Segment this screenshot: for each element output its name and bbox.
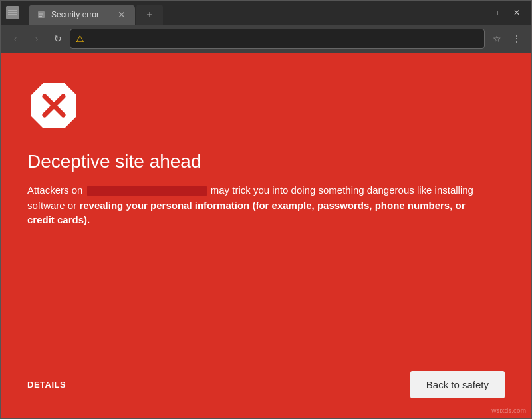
description-bold: revealing your personal information (for… <box>27 200 466 226</box>
toolbar: ‹ › ↻ ⚠ ☆ ⋮ <box>1 25 531 53</box>
page-heading: Deceptive site ahead <box>27 151 505 172</box>
title-bar: Security error ✕ — □ ✕ <box>1 1 531 25</box>
address-bar[interactable]: ⚠ <box>70 29 485 49</box>
description-before: Attackers on <box>27 184 86 196</box>
page-description: Attackers on may trick you into doing so… <box>27 183 479 228</box>
tab-bar: Security error ✕ <box>29 1 163 25</box>
error-icon-wrapper <box>27 79 505 132</box>
back-button[interactable]: ‹ <box>6 29 25 48</box>
bookmark-button[interactable]: ☆ <box>487 29 506 48</box>
page-content: Deceptive site ahead Attackers on may tr… <box>1 53 531 418</box>
title-bar-left: Security error ✕ <box>6 1 163 25</box>
tab-close-button[interactable]: ✕ <box>116 9 127 20</box>
window-controls: — □ ✕ <box>465 5 526 20</box>
error-octagon-icon <box>27 79 80 132</box>
active-tab[interactable]: Security error ✕ <box>29 5 135 25</box>
details-link[interactable]: DETAILS <box>27 380 66 390</box>
svg-rect-4 <box>39 13 43 14</box>
new-tab-button[interactable] <box>136 5 163 25</box>
url-redacted <box>87 186 207 196</box>
svg-rect-5 <box>39 15 43 16</box>
svg-rect-1 <box>8 12 17 13</box>
actions-bar: DETAILS Back to safety <box>27 371 505 398</box>
svg-rect-6 <box>39 16 42 17</box>
browser-frame: Security error ✕ — □ ✕ ‹ › ↻ ⚠ <box>0 0 532 419</box>
refresh-button[interactable]: ↻ <box>49 29 67 48</box>
watermark: wsixds.com <box>491 407 526 414</box>
browser-icon <box>6 6 19 19</box>
tab-favicon <box>37 10 46 19</box>
close-button[interactable]: ✕ <box>507 5 526 20</box>
minimize-button[interactable]: — <box>465 5 483 20</box>
security-warning-icon: ⚠ <box>76 33 84 44</box>
address-input[interactable] <box>88 34 479 44</box>
forward-button[interactable]: › <box>27 29 46 48</box>
back-to-safety-button[interactable]: Back to safety <box>410 371 505 398</box>
maximize-button[interactable]: □ <box>486 5 505 20</box>
menu-button[interactable]: ⋮ <box>507 29 526 48</box>
svg-rect-0 <box>8 10 17 11</box>
tab-title: Security error <box>51 10 111 19</box>
svg-rect-8 <box>150 12 150 17</box>
toolbar-right: ☆ ⋮ <box>487 29 526 48</box>
svg-rect-2 <box>8 14 17 15</box>
